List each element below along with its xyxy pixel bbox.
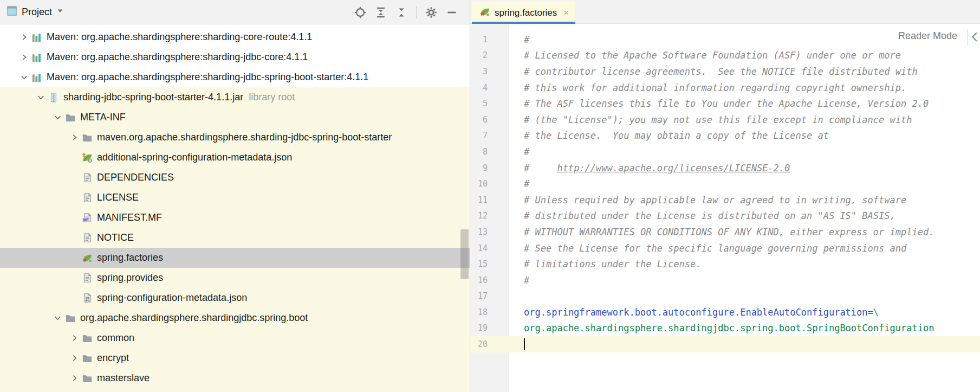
chevron-right-icon[interactable] bbox=[68, 332, 81, 345]
tree-item-spring-provides[interactable]: spring.provides bbox=[0, 268, 470, 288]
json-metadata-icon: {} bbox=[81, 292, 94, 305]
code-line[interactable] bbox=[509, 338, 525, 350]
editor-line-8: 8# bbox=[470, 144, 980, 160]
expand-all-icon[interactable] bbox=[373, 4, 389, 21]
tree-item-maven-org-apache-shardingsphere-sharding[interactable]: Maven: org.apache.shardingsphere:shardin… bbox=[0, 47, 470, 67]
chevron-spacer bbox=[68, 252, 81, 265]
toolbar-separator bbox=[416, 6, 417, 19]
close-icon[interactable]: × bbox=[561, 8, 569, 18]
chevron-right-icon[interactable] bbox=[68, 372, 81, 385]
folder-icon bbox=[81, 131, 94, 144]
settings-icon[interactable] bbox=[423, 4, 439, 21]
tree-item-spring-factories[interactable]: spring.factories bbox=[0, 248, 470, 268]
tab-spring-factories[interactable]: spring.factories × bbox=[472, 2, 575, 24]
code-line[interactable]: # limitations under the License. bbox=[509, 259, 702, 269]
tree-item-label: spring.provides bbox=[97, 272, 163, 284]
tree-item-label: org.apache.shardingsphere.shardingjdbc.s… bbox=[80, 312, 308, 324]
text-cursor bbox=[524, 338, 525, 350]
line-number: 6 bbox=[470, 115, 509, 125]
line-number: 3 bbox=[470, 67, 509, 76]
editor-line-20: 20 bbox=[470, 336, 980, 352]
spring-leaf-icon bbox=[479, 7, 490, 20]
tool-window-icon bbox=[7, 5, 17, 18]
code-line[interactable]: # See the License for the specific langu… bbox=[509, 243, 906, 254]
code-line[interactable]: # distributed under the License is distr… bbox=[509, 210, 895, 221]
code-line[interactable]: # this work for additional information r… bbox=[509, 82, 906, 93]
tree-item-maven-org-apache-shardingsphere-sharding[interactable]: Maven: org.apache.shardingsphere:shardin… bbox=[0, 27, 470, 47]
tree-item-org-apache-shardingsphere-shardingjdbc-s[interactable]: org.apache.shardingsphere.shardingjdbc.s… bbox=[0, 308, 470, 328]
project-scrollbar-thumb[interactable] bbox=[460, 229, 469, 279]
editor-line-13: 13# WITHOUT WARRANTIES OR CONDITIONS OF … bbox=[470, 224, 980, 240]
tree-item-label: spring.factories bbox=[97, 252, 163, 264]
chevron-down-icon[interactable] bbox=[17, 71, 30, 84]
chevron-right-icon[interactable] bbox=[17, 51, 30, 64]
code-line[interactable]: # Licensed to the Apache Software Founda… bbox=[509, 50, 901, 61]
hide-icon[interactable] bbox=[444, 4, 460, 21]
code-line[interactable]: # Unless required by applicable law or a… bbox=[509, 195, 906, 205]
editor-line-18: 18org.springframework.boot.autoconfigure… bbox=[470, 304, 980, 320]
chevron-down-icon[interactable] bbox=[34, 91, 47, 104]
code-line[interactable]: # http://www.apache.org/licenses/LICENSE… bbox=[509, 163, 790, 173]
code-line[interactable]: org.springframework.boot.autoconfigure.E… bbox=[509, 307, 879, 318]
code-segment-url: http://www.apache.org/licenses/LICENSE-2… bbox=[557, 163, 790, 173]
tree-item-maven-org-apache-shardingsphere-sharding[interactable]: Maven: org.apache.shardingsphere:shardin… bbox=[0, 67, 470, 87]
code-segment-comment: # limitations under the License. bbox=[524, 259, 702, 269]
collapse-all-icon[interactable] bbox=[393, 4, 410, 21]
tree-item-label: Maven: org.apache.shardingsphere:shardin… bbox=[47, 72, 368, 83]
panel-title: Project bbox=[22, 7, 52, 18]
chevron-right-icon[interactable] bbox=[17, 31, 30, 44]
project-panel-header: Project bbox=[0, 0, 470, 24]
text-file-icon bbox=[81, 171, 94, 184]
svg-text:{}: {} bbox=[85, 297, 90, 303]
tree-item-common[interactable]: common bbox=[0, 328, 470, 348]
chevron-down-icon[interactable] bbox=[51, 111, 64, 124]
reader-mode-separator bbox=[967, 29, 968, 46]
reader-mode-badge[interactable]: Reader Mode bbox=[892, 29, 964, 43]
reader-mode-settings-icon[interactable] bbox=[970, 31, 979, 44]
chevron-spacer bbox=[68, 232, 81, 245]
editor-line-12: 12# distributed under the License is dis… bbox=[470, 208, 980, 224]
code-line[interactable]: # WITHOUT WARRANTIES OR CONDITIONS OF AN… bbox=[509, 227, 934, 237]
tree-item-meta-inf[interactable]: META-INF bbox=[0, 107, 470, 127]
tree-item-dependencies[interactable]: DEPENDENCIES bbox=[0, 168, 470, 188]
caret-down-icon[interactable] bbox=[56, 7, 64, 17]
tree-item-masterslave[interactable]: masterslave bbox=[0, 368, 470, 388]
tree-item-encrypt[interactable]: encrypt bbox=[0, 348, 470, 368]
code-segment-comment: # WITHOUT WARRANTIES OR CONDITIONS OF AN… bbox=[524, 227, 934, 237]
project-view-selector[interactable]: Project bbox=[0, 5, 64, 18]
editor-line-16: 16# bbox=[470, 272, 980, 288]
chevron-right-icon[interactable] bbox=[68, 352, 81, 365]
tree-item-label: additional-spring-configuration-metadata… bbox=[97, 152, 292, 163]
chevron-right-icon[interactable] bbox=[68, 131, 81, 144]
editor-line-7: 7# the License. You may obtain a copy of… bbox=[470, 128, 980, 144]
code-line[interactable]: # bbox=[509, 275, 529, 286]
code-line[interactable]: # (the "License"); you may not use this … bbox=[509, 114, 912, 125]
tree-item-manifest-mf[interactable]: MFMANIFEST.MF bbox=[0, 208, 470, 228]
code-line[interactable]: org.apache.shardingsphere.shardingjdbc.s… bbox=[509, 323, 934, 333]
editor-line-14: 14# See the License for the specific lan… bbox=[470, 240, 980, 256]
editor-line-4: 4# this work for additional information … bbox=[470, 80, 980, 96]
code-line[interactable]: # contributor license agreements. See th… bbox=[509, 66, 918, 77]
text-file-icon bbox=[81, 232, 94, 245]
line-number: 7 bbox=[470, 131, 509, 140]
tree-item-label: spring-configuration-metadata.json bbox=[97, 292, 247, 304]
code-line[interactable]: # bbox=[509, 146, 529, 157]
tree-item-label: masterslave bbox=[97, 372, 150, 384]
tree-item-spring-configuration-metadata-json[interactable]: {}spring-configuration-metadata.json bbox=[0, 288, 470, 308]
code-line[interactable]: # bbox=[509, 178, 529, 189]
code-line[interactable]: # bbox=[509, 34, 529, 45]
code-line[interactable]: # the License. You may obtain a copy of … bbox=[509, 130, 829, 141]
tree-item-sharding-jdbc-spring-boot-starter-4-1-1-[interactable]: sharding-jdbc-spring-boot-starter-4.1.1.… bbox=[0, 87, 470, 107]
tree-item-additional-spring-configuration-metadata[interactable]: additional-spring-configuration-metadata… bbox=[0, 147, 470, 168]
code-line[interactable]: # The ASF licenses this file to You unde… bbox=[509, 98, 929, 109]
chevron-down-icon[interactable] bbox=[51, 312, 64, 325]
code-segment-comment: # bbox=[524, 34, 529, 45]
code-segment-escape: \ bbox=[873, 307, 879, 318]
tree-item-notice[interactable]: NOTICE bbox=[0, 228, 470, 248]
tree-item-maven-org-apache-shardingsphere-sharding[interactable]: maven.org.apache.shardingsphere.sharding… bbox=[0, 127, 470, 147]
code-segment-comment: # bbox=[524, 146, 529, 157]
locate-icon[interactable] bbox=[352, 4, 368, 21]
tree-item-label: MANIFEST.MF bbox=[97, 212, 162, 223]
editor-body: 1#2# Licensed to the Apache Software Fou… bbox=[470, 24, 980, 392]
tree-item-license[interactable]: LICENSE bbox=[0, 188, 470, 208]
